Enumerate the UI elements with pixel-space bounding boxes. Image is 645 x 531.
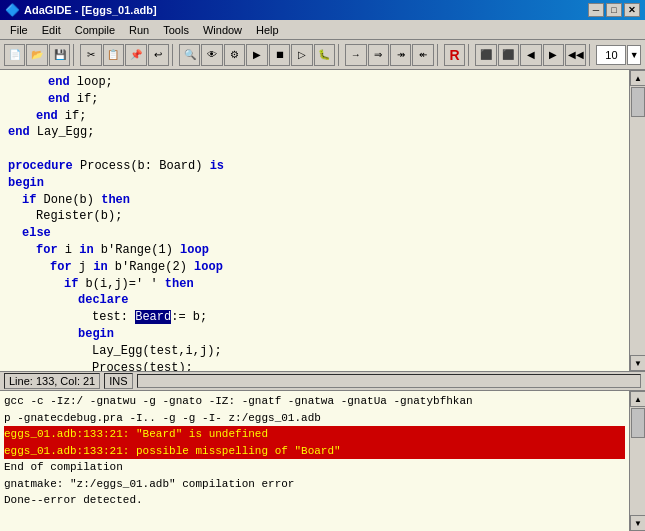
misc1-button[interactable]: ⬛ [475, 44, 496, 66]
new-button[interactable]: 📄 [4, 44, 25, 66]
output-error-line: eggs_01.adb:133:21: "Beard" is undefined [4, 426, 625, 443]
menu-bar: File Edit Compile Run Tools Window Help [0, 20, 645, 40]
output-scroll-up[interactable]: ▲ [630, 391, 645, 407]
code-text: if; [70, 92, 99, 106]
keyword: in [79, 243, 93, 257]
menu-run[interactable]: Run [123, 22, 155, 38]
code-line: Lay_Egg(test,i,j); [8, 343, 621, 360]
keyword: loop [180, 243, 209, 257]
sep3 [338, 44, 342, 66]
scroll-thumb[interactable] [631, 87, 645, 117]
keyword: for [50, 260, 72, 274]
app-icon: 🔷 [5, 3, 20, 17]
code-text: j [72, 260, 94, 274]
code-text: Register(b); [36, 209, 122, 223]
misc3-button[interactable]: ◀ [520, 44, 541, 66]
sep6 [589, 44, 593, 66]
code-text: loop; [70, 75, 113, 89]
keyword: then [101, 193, 130, 207]
menu-file[interactable]: File [4, 22, 34, 38]
misc5-button[interactable]: ◀◀ [565, 44, 586, 66]
code-text: b'Range(1) [94, 243, 180, 257]
title-bar: 🔷 AdaGIDE - [Eggs_01.adb] ─ □ ✕ [0, 0, 645, 20]
code-line: end loop; [8, 74, 621, 91]
compile-button[interactable]: ▶ [246, 44, 267, 66]
save-button[interactable]: 💾 [49, 44, 70, 66]
sep5 [468, 44, 472, 66]
keyword: end [36, 109, 58, 123]
big-r-button[interactable]: R [444, 44, 465, 66]
step3-button[interactable]: ↠ [390, 44, 411, 66]
status-bar: Line: 133, Col: 21 INS [0, 371, 645, 391]
step2-button[interactable]: ⇒ [368, 44, 389, 66]
code-text: := b; [171, 310, 207, 324]
output-scrollbar[interactable]: ▲ ▼ [629, 391, 645, 531]
menu-compile[interactable]: Compile [69, 22, 121, 38]
output-scroll-thumb[interactable] [631, 408, 645, 438]
step-button[interactable]: → [345, 44, 366, 66]
run-button[interactable]: ▷ [291, 44, 312, 66]
progress-bar [137, 374, 641, 388]
output-panel: gcc -c -Iz:/ -gnatwu -g -gnato -IZ: -gna… [0, 391, 645, 531]
debug-button[interactable]: 🐛 [314, 44, 335, 66]
output-line: End of compilation [4, 459, 625, 476]
keyword: end [48, 75, 70, 89]
menu-help[interactable]: Help [250, 22, 285, 38]
zoom-dropdown[interactable]: ▼ [627, 45, 641, 65]
toolbar: 📄 📂 💾 ✂ 📋 📌 ↩ 🔍 👁 ⚙ ▶ ⏹ ▷ 🐛 → ⇒ ↠ ↞ R ⬛ … [0, 40, 645, 70]
view-button[interactable]: 👁 [201, 44, 222, 66]
code-editor[interactable]: end loop; end if; end if; end Lay_Egg; p… [0, 70, 629, 371]
code-line: end Lay_Egg; [8, 124, 621, 141]
keyword: then [165, 277, 194, 291]
minimize-button[interactable]: ─ [588, 3, 604, 17]
code-line: end if; [8, 108, 621, 125]
copy-button[interactable]: 📋 [103, 44, 124, 66]
menu-tools[interactable]: Tools [157, 22, 195, 38]
keyword: begin [8, 176, 44, 190]
editor-area: end loop; end if; end if; end Lay_Egg; p… [0, 70, 645, 371]
code-line: Process(test); [8, 360, 621, 371]
output-scroll-down[interactable]: ▼ [630, 515, 645, 531]
keyword: if [64, 277, 78, 291]
code-line: for j in b'Range(2) loop [8, 259, 621, 276]
scroll-up-button[interactable]: ▲ [630, 70, 645, 86]
close-button[interactable]: ✕ [624, 3, 640, 17]
keyword: declare [78, 293, 128, 307]
code-text: if; [58, 109, 87, 123]
keyword: procedure [8, 159, 73, 173]
scroll-down-button[interactable]: ▼ [630, 355, 645, 371]
output-error-line-2: eggs_01.adb:133:21: possible misspelling… [4, 443, 625, 460]
title-bar-controls[interactable]: ─ □ ✕ [588, 3, 640, 17]
paste-button[interactable]: 📌 [125, 44, 146, 66]
step4-button[interactable]: ↞ [412, 44, 433, 66]
code-line: begin [8, 175, 621, 192]
keyword: else [22, 226, 51, 240]
misc2-button[interactable]: ⬛ [498, 44, 519, 66]
keyword: end [8, 125, 30, 139]
maximize-button[interactable]: □ [606, 3, 622, 17]
keyword: in [93, 260, 107, 274]
line-col-status: Line: 133, Col: 21 [4, 373, 100, 389]
cut-button[interactable]: ✂ [80, 44, 101, 66]
menu-window[interactable]: Window [197, 22, 248, 38]
code-text: Lay_Egg(test,i,j); [92, 344, 222, 358]
search-button[interactable]: 🔍 [179, 44, 200, 66]
code-text: Process(b: Board) [73, 159, 210, 173]
output-line: gcc -c -Iz:/ -gnatwu -g -gnato -IZ: -gna… [4, 393, 625, 410]
code-line: procedure Process(b: Board) is [8, 158, 621, 175]
options-button[interactable]: ⚙ [224, 44, 245, 66]
code-text: b(i,j)=' ' [78, 277, 164, 291]
open-button[interactable]: 📂 [26, 44, 47, 66]
zoom-input[interactable] [596, 45, 626, 65]
code-line [8, 141, 621, 158]
undo-button[interactable]: ↩ [148, 44, 169, 66]
sep1 [73, 44, 77, 66]
menu-edit[interactable]: Edit [36, 22, 67, 38]
keyword: if [22, 193, 36, 207]
stop-button[interactable]: ⏹ [269, 44, 290, 66]
editor-scrollbar[interactable]: ▲ ▼ [629, 70, 645, 371]
misc4-button[interactable]: ▶ [543, 44, 564, 66]
scroll-track [630, 86, 645, 355]
sep4 [437, 44, 441, 66]
output-line: gnatmake: "z:/eggs_01.adb" compilation e… [4, 476, 625, 493]
